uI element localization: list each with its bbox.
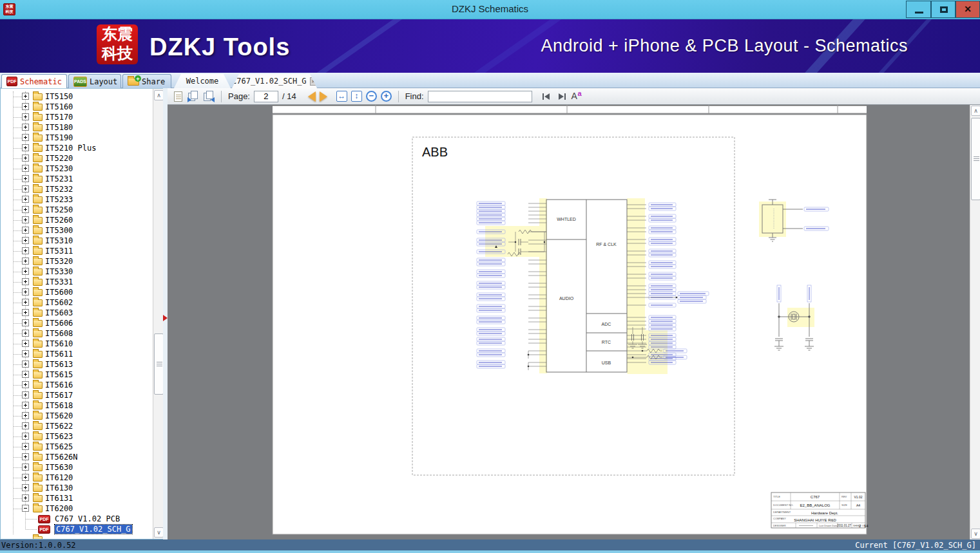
fit-width-button[interactable]: ↔ (336, 91, 347, 102)
minimize-button[interactable] (906, 1, 931, 18)
snapshot-button[interactable] (174, 91, 182, 102)
expand-icon[interactable] (22, 371, 29, 378)
tree-item-file[interactable]: C767_V1.02_SCH_G (1, 524, 153, 534)
tree-item-folder[interactable]: IT5613 (1, 359, 153, 370)
expand-icon[interactable] (22, 464, 29, 471)
tab-welcome[interactable]: Welcome (174, 74, 231, 88)
tree-item-folder[interactable]: IT5150 (1, 91, 153, 102)
expand-icon[interactable] (22, 453, 29, 460)
collapse-icon[interactable] (22, 505, 29, 512)
tree-item-folder[interactable]: IT5616 (1, 380, 153, 390)
previous-page-button[interactable] (308, 91, 316, 102)
tree-item-folder[interactable]: IT5600 (1, 287, 153, 297)
prev-view-button[interactable] (187, 91, 199, 102)
tree-item-folder[interactable]: IT5260 (1, 215, 153, 225)
tree-item-folder[interactable]: IT5626N (1, 452, 153, 462)
tree-scrollbar-thumb[interactable] (154, 333, 164, 395)
tree-item-folder[interactable]: IT5310 (1, 236, 153, 246)
tree-item-file[interactable]: C767 V1.02 PCB (1, 514, 153, 524)
expand-icon[interactable] (22, 278, 29, 285)
tree-item-folder[interactable]: IT5615 (1, 370, 153, 380)
canvas-scrollbar[interactable] (970, 105, 980, 539)
tree-item-folder[interactable]: IT5250 (1, 205, 153, 215)
expand-icon[interactable] (22, 93, 29, 100)
tab-layout[interactable]: Layout (68, 74, 121, 88)
tree-item-folder[interactable]: IT5608 (1, 328, 153, 339)
expand-icon[interactable] (22, 165, 29, 172)
scroll-up-icon[interactable] (971, 106, 980, 116)
expand-icon[interactable] (22, 361, 29, 368)
tree-item-folder[interactable]: IT5220 (1, 153, 153, 164)
tree-item-folder[interactable]: IT6200 (1, 503, 153, 514)
tree-item-folder[interactable]: IT5320 (1, 256, 153, 267)
tree-item-folder[interactable]: IT5190 (1, 133, 153, 143)
scroll-down-icon[interactable] (971, 529, 980, 539)
tree-item-folder[interactable]: IT6130 (1, 483, 153, 493)
expand-icon[interactable] (22, 299, 29, 306)
tree-item-folder[interactable]: IT5170 (1, 112, 153, 122)
expand-icon[interactable] (22, 381, 29, 388)
expand-icon[interactable] (22, 258, 29, 265)
expand-icon[interactable] (22, 206, 29, 213)
expand-icon[interactable] (22, 237, 29, 244)
find-previous-button[interactable] (541, 92, 552, 101)
tree-item-folder[interactable]: IT6131 (1, 493, 153, 503)
tree-item-folder[interactable]: IT5630 (1, 462, 153, 473)
expand-icon[interactable] (22, 433, 29, 440)
canvas-scrollbar-thumb[interactable] (971, 118, 980, 200)
tab-close-icon[interactable] (310, 77, 317, 86)
expand-icon[interactable] (22, 402, 29, 409)
expand-icon[interactable] (22, 494, 29, 501)
tree-item-folder[interactable]: IT5331 (1, 277, 153, 287)
panel-splitter[interactable] (163, 88, 168, 539)
scroll-up-icon[interactable] (154, 90, 164, 100)
tree-item-folder[interactable]: IT5232 (1, 184, 153, 194)
expand-icon[interactable] (22, 412, 29, 419)
next-page-button[interactable] (320, 91, 327, 102)
expand-icon[interactable] (22, 340, 29, 347)
tree-item-folder[interactable]: IT5622 (1, 421, 153, 431)
tree-item-folder[interactable]: IT5618 (1, 400, 153, 411)
expand-icon[interactable] (22, 175, 29, 182)
expand-icon[interactable] (22, 350, 29, 357)
tab-document[interactable]: C767_V1.02_SCH_G (232, 74, 317, 88)
expand-icon[interactable] (22, 196, 29, 203)
zoom-out-button[interactable]: − (366, 91, 377, 102)
expand-icon[interactable] (22, 185, 29, 192)
expand-icon[interactable] (22, 268, 29, 275)
expand-icon[interactable] (22, 124, 29, 131)
schematic-viewport[interactable]: ABB WHTLED AUDIO (168, 105, 970, 539)
scroll-down-icon[interactable] (154, 527, 164, 538)
expand-icon[interactable] (22, 134, 29, 141)
tree-item-folder[interactable]: IT5620 (1, 411, 153, 421)
expand-icon[interactable] (22, 113, 29, 120)
close-button[interactable] (956, 1, 980, 18)
next-view-button[interactable] (203, 91, 215, 102)
expand-icon[interactable] (22, 443, 29, 450)
expand-icon[interactable] (22, 144, 29, 151)
tab-share[interactable]: Share (122, 74, 171, 88)
expand-icon[interactable] (22, 330, 29, 337)
tree-item-folder[interactable]: IT6120 (1, 473, 153, 483)
tree-item-folder[interactable]: IT5210 Plus (1, 143, 153, 153)
tree-item-folder[interactable]: IT5625 (1, 442, 153, 452)
page-number-input[interactable] (254, 91, 278, 102)
fit-page-button[interactable]: ↕ (351, 91, 362, 102)
collapse-panel-icon[interactable] (163, 315, 168, 321)
zoom-in-button[interactable]: + (381, 91, 392, 102)
expand-icon[interactable] (22, 247, 29, 254)
match-case-button[interactable] (571, 91, 584, 102)
expand-icon[interactable] (22, 288, 29, 295)
expand-icon[interactable] (22, 422, 29, 429)
expand-icon[interactable] (22, 474, 29, 481)
tree-item-folder[interactable] (1, 534, 153, 539)
tree-item-folder[interactable]: IT5330 (1, 267, 153, 277)
expand-icon[interactable] (22, 484, 29, 491)
tree-item-folder[interactable]: IT5606 (1, 318, 153, 328)
expand-icon[interactable] (22, 227, 29, 234)
tree-item-folder[interactable]: IT5611 (1, 349, 153, 359)
tree-item-folder[interactable]: IT5231 (1, 174, 153, 184)
tree-item-folder[interactable]: IT5160 (1, 102, 153, 112)
tree-scrollbar[interactable] (153, 89, 164, 539)
tree-item-folder[interactable]: IT5610 (1, 339, 153, 349)
